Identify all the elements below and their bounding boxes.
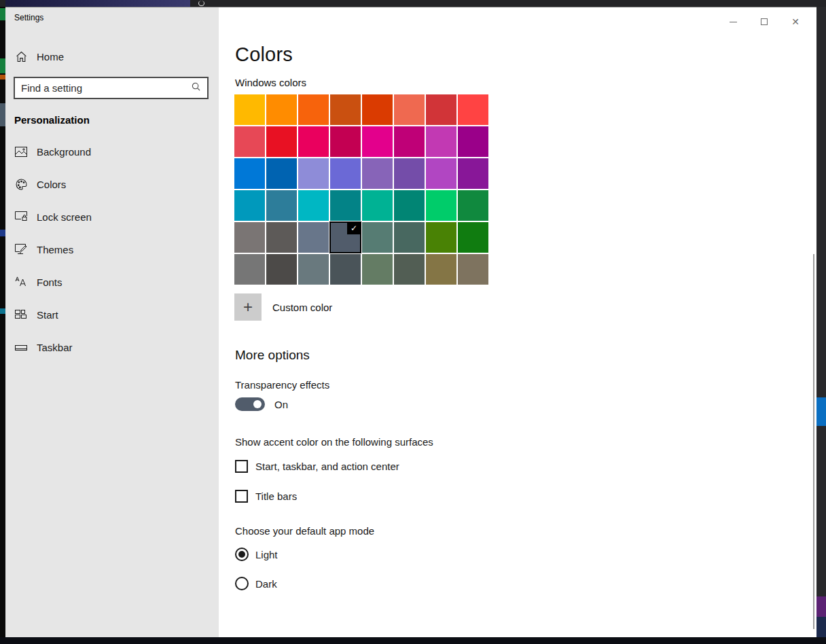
color-swatch-gray-brown[interactable]: [266, 222, 297, 253]
color-swatch-seafoam[interactable]: [298, 190, 329, 221]
dark-mode-radio[interactable]: [235, 577, 249, 590]
color-swatch-meadow-green[interactable]: [426, 222, 456, 253]
color-swatch-cool-blue[interactable]: [266, 190, 297, 221]
color-swatch-pale-rust[interactable]: [394, 94, 425, 125]
color-swatch-red[interactable]: [266, 126, 297, 157]
color-swatch-cool-blue-bright[interactable]: [234, 190, 265, 221]
radio-row-light: Light: [235, 548, 278, 561]
fonts-icon: [15, 276, 27, 288]
color-swatch-turf-green[interactable]: [426, 190, 456, 221]
color-swatch-pale-moss[interactable]: [362, 222, 393, 253]
accent-surfaces-heading: Show accent color on the following surfa…: [235, 436, 433, 448]
color-swatch-rose[interactable]: [330, 126, 361, 157]
sidebar-item-taskbar[interactable]: Taskbar: [5, 334, 219, 361]
color-swatch-violet-red[interactable]: [458, 158, 488, 189]
sidebar-item-home[interactable]: Home: [5, 43, 219, 70]
sidebar-item-fonts[interactable]: Fonts: [5, 268, 219, 296]
desktop-top-strip: [0, 0, 826, 7]
color-swatch-blue-gray[interactable]: [298, 254, 329, 285]
sidebar-item-colors[interactable]: Colors: [5, 171, 219, 198]
color-swatch-brick-red[interactable]: [426, 94, 456, 125]
color-swatch-default-blue[interactable]: [234, 158, 265, 189]
background-window-icon: [198, 1, 204, 6]
color-swatch-steel-blue[interactable]: [298, 222, 329, 253]
transparency-toggle[interactable]: [235, 397, 265, 411]
color-swatch-purple-shadow[interactable]: [298, 158, 329, 189]
color-swatch-rust[interactable]: [362, 94, 393, 125]
sidebar-item-label: Taskbar: [37, 342, 73, 353]
color-swatch-metal-blue[interactable]: ✓: [330, 222, 361, 253]
color-swatch-iris-spring[interactable]: [394, 158, 425, 189]
color-swatch-storm[interactable]: [266, 254, 297, 285]
sidebar-item-themes[interactable]: Themes: [5, 236, 219, 263]
desktop-wallpaper-fragment: [5, 0, 190, 7]
color-swatch-camouflage[interactable]: [458, 254, 488, 285]
background-window-fragment-blue: [816, 397, 826, 426]
radio-label: Dark: [255, 578, 277, 590]
color-swatch-sport-green[interactable]: [458, 190, 488, 221]
background-image-icon: [15, 145, 27, 158]
sidebar-item-start[interactable]: Start: [5, 301, 219, 328]
checkbox-row-start-taskbar: Start, taskbar, and action center: [235, 460, 399, 473]
color-swatch-plum[interactable]: [394, 126, 425, 157]
color-swatch-orange-dark[interactable]: [330, 94, 361, 125]
color-swatch-mod-red[interactable]: [458, 94, 488, 125]
scrollbar[interactable]: [813, 254, 814, 629]
minimize-button[interactable]: [717, 12, 749, 32]
taskbar-icon: [15, 341, 27, 353]
sidebar-item-background[interactable]: Background: [5, 138, 219, 165]
themes-icon: [15, 243, 27, 255]
color-swatch-rose-bright[interactable]: [298, 126, 329, 157]
toggle-state-label: On: [274, 399, 288, 410]
background-window-fragment-purple: [816, 596, 826, 617]
desktop-icon-fragment: [0, 230, 5, 236]
color-swatch-violet-red-light[interactable]: [426, 158, 456, 189]
sidebar-item-lock-screen[interactable]: Lock screen: [5, 203, 219, 230]
color-swatch-mint-light[interactable]: [362, 190, 393, 221]
sidebar-item-label: Colors: [37, 179, 66, 190]
title-bars-checkbox[interactable]: [235, 490, 248, 503]
search-input[interactable]: [21, 82, 191, 94]
color-swatch-yellow-gold[interactable]: [234, 94, 265, 125]
color-swatch-green[interactable]: [458, 222, 488, 253]
color-swatch-orchid-light[interactable]: [426, 126, 456, 157]
transparency-effects-label: Transparency effects: [235, 379, 329, 391]
radio-row-dark: Dark: [235, 577, 277, 590]
color-swatch-gray-dark[interactable]: [330, 254, 361, 285]
color-swatch-iris-pastel[interactable]: [362, 158, 393, 189]
color-swatch-orchid[interactable]: [458, 126, 488, 157]
color-swatch-sage[interactable]: [394, 254, 425, 285]
sidebar-item-label: Themes: [37, 244, 73, 255]
color-swatch-mint-dark[interactable]: [394, 190, 425, 221]
color-swatch-gold[interactable]: [266, 94, 297, 125]
color-swatch-moss[interactable]: [394, 222, 425, 253]
maximize-button[interactable]: [749, 12, 780, 32]
light-mode-radio[interactable]: [235, 548, 249, 561]
custom-color-button[interactable]: +: [234, 293, 262, 321]
color-swatch-overcast[interactable]: [234, 254, 265, 285]
color-swatch-seafoam-teal[interactable]: [330, 190, 361, 221]
custom-color-row: + Custom color: [234, 293, 332, 321]
sidebar-item-label: Home: [37, 51, 64, 62]
search-box[interactable]: [14, 77, 209, 99]
close-button[interactable]: ✕: [780, 12, 811, 32]
close-icon: ✕: [791, 17, 800, 26]
start-taskbar-checkbox[interactable]: [235, 460, 248, 473]
desktop-right-strip: [816, 7, 826, 637]
color-swatch-gray[interactable]: [234, 222, 265, 253]
windows-colors-label: Windows colors: [235, 77, 306, 88]
sidebar-section-heading: Personalization: [14, 114, 90, 126]
minimize-icon: [730, 22, 737, 22]
color-swatch-purple-shadow-dark[interactable]: [330, 158, 361, 189]
color-swatch-plum-light[interactable]: [362, 126, 393, 157]
maximize-icon: [761, 18, 768, 25]
selected-check-icon: ✓: [347, 222, 361, 234]
color-swatch-orange-bright[interactable]: [298, 94, 329, 125]
color-swatch-liddy-green[interactable]: [362, 254, 393, 285]
color-swatch-pale-red[interactable]: [234, 126, 265, 157]
home-icon: [15, 50, 27, 62]
color-palette-icon: [15, 178, 27, 190]
color-swatch-camouflage-desert[interactable]: [426, 254, 456, 285]
color-swatch-navy-blue[interactable]: [266, 158, 297, 189]
toggle-knob: [253, 400, 262, 408]
